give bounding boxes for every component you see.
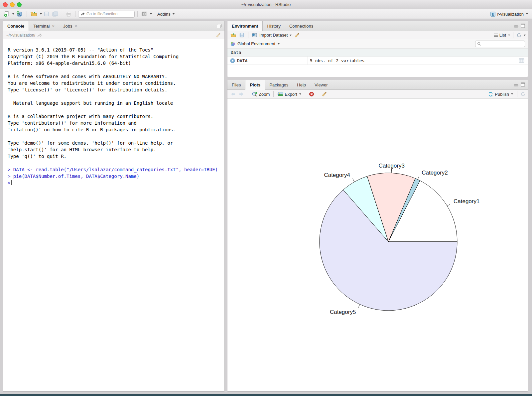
maximize-pane-icon[interactable]	[216, 24, 222, 29]
save-all-button[interactable]	[51, 11, 59, 17]
plots-pane: FilesPlotsPackagesHelpViewer Zoom Export	[227, 80, 528, 392]
maximize-pane-icon[interactable]	[521, 82, 525, 87]
toolbar-separator	[513, 32, 513, 38]
publish-dropdown-caret	[511, 93, 513, 95]
remove-plot-button[interactable]	[308, 91, 315, 97]
pie-label-tick	[418, 176, 419, 179]
tab-label: Terminal	[33, 24, 50, 29]
close-window-button[interactable]	[3, 2, 8, 7]
zoom-window-button[interactable]	[17, 2, 22, 7]
tab-label: Files	[232, 82, 241, 87]
expand-object-icon[interactable]	[230, 58, 235, 63]
remove-plot-x-icon	[309, 91, 314, 97]
clear-all-plots-button[interactable]	[321, 91, 328, 97]
list-view-caret[interactable]	[508, 35, 510, 36]
minimize-window-button[interactable]	[10, 2, 15, 7]
new-project-button[interactable]: R	[15, 10, 24, 18]
data-section-label: Data	[231, 50, 241, 55]
project-menu-button[interactable]: R r-visualization	[490, 11, 529, 17]
search-icon	[477, 42, 481, 46]
minimize-pane-icon[interactable]	[514, 83, 518, 87]
load-workspace-button[interactable]	[229, 32, 237, 38]
publish-label: Publish	[495, 92, 509, 97]
refresh-icon[interactable]	[516, 33, 522, 38]
addins-button[interactable]: Addins	[156, 11, 176, 17]
pie-label-tick	[447, 204, 451, 206]
tab-viewer[interactable]: Viewer	[310, 80, 332, 89]
new-file-dropdown-caret[interactable]	[12, 13, 14, 15]
close-tab-icon[interactable]: ×	[52, 24, 55, 29]
refresh-plot-icon[interactable]	[520, 91, 526, 97]
console-output[interactable]: R version 3.6.1 (2019-07-05) -- "Action …	[3, 39, 224, 186]
console-output-line: 'citation()' on how to cite R or R packa…	[8, 126, 224, 133]
export-image-icon	[277, 92, 283, 96]
console-output-line: Type 'license()' or 'licence()' for dist…	[8, 86, 224, 93]
environment-search-box[interactable]	[475, 41, 525, 47]
maximize-pane-icon[interactable]	[521, 24, 525, 28]
new-file-icon	[4, 11, 10, 17]
tab-terminal[interactable]: Terminal×	[29, 21, 59, 31]
previous-plot-button[interactable]	[229, 91, 237, 97]
environment-scope-caret	[278, 43, 280, 45]
goto-directory-arrow-icon[interactable]	[37, 33, 42, 37]
list-view-button[interactable]: List	[499, 33, 506, 38]
goto-arrow-icon	[80, 12, 85, 16]
clear-environment-button[interactable]	[294, 32, 301, 39]
next-plot-button[interactable]	[238, 91, 245, 97]
tab-files[interactable]: Files	[227, 80, 245, 89]
tab-environment[interactable]: Environment	[227, 21, 263, 31]
environment-pane: EnvironmentHistoryConnections Import Dat…	[227, 21, 528, 77]
zoom-plot-button[interactable]: Zoom	[251, 91, 271, 98]
pie-label-category2: Category2	[422, 170, 448, 176]
environment-scope-row: Global Environment	[227, 39, 528, 49]
clear-console-broom-icon[interactable]	[216, 33, 221, 38]
working-directory-label: ~/r-visualization/	[6, 33, 35, 38]
open-file-button[interactable]	[30, 11, 38, 17]
import-dataset-button[interactable]: Import Dataset	[251, 32, 293, 38]
console-prompt-line[interactable]: >	[8, 180, 224, 186]
addins-label: Addins	[157, 12, 171, 17]
open-file-dropdown-caret[interactable]	[40, 13, 42, 15]
minimize-pane-icon[interactable]	[514, 24, 518, 28]
toolbar-separator	[318, 91, 318, 97]
goto-file-function-box[interactable]	[78, 11, 135, 18]
save-button[interactable]	[43, 11, 50, 17]
pane-layout-dropdown-caret[interactable]	[150, 13, 152, 15]
tab-label: Jobs	[63, 24, 72, 29]
new-file-button[interactable]	[3, 10, 11, 18]
pie-label-tick	[352, 179, 354, 182]
tab-console[interactable]: Console	[3, 21, 29, 31]
environment-object-row[interactable]: DATA 5 obs. of 2 variables	[227, 57, 528, 65]
back-arrow-icon	[230, 92, 236, 96]
tab-plots[interactable]: Plots	[245, 80, 265, 90]
print-icon	[66, 12, 71, 17]
tab-label: History	[267, 24, 280, 29]
pie-label-category5: Category5	[330, 309, 356, 315]
publish-button[interactable]: Publish	[487, 91, 514, 98]
import-dataset-label: Import Dataset	[259, 33, 288, 38]
tab-label: Environment	[232, 24, 258, 29]
environment-search-input[interactable]	[482, 42, 522, 46]
environment-scope-button[interactable]: Global Environment	[237, 41, 280, 46]
tab-jobs[interactable]: Jobs×	[59, 21, 81, 31]
tab-help[interactable]: Help	[293, 80, 310, 89]
pie-chart: Category1Category2Category3Category4Cate…	[227, 99, 528, 392]
publish-icon	[488, 91, 493, 97]
tab-packages[interactable]: Packages	[265, 80, 293, 89]
import-dataset-icon	[252, 33, 258, 38]
goto-file-function-input[interactable]	[86, 12, 130, 16]
open-folder-icon	[230, 33, 236, 38]
pane-layout-button[interactable]	[140, 11, 148, 17]
tab-connections[interactable]: Connections	[285, 21, 318, 31]
export-plot-button[interactable]: Export	[276, 91, 302, 97]
refresh-dropdown-caret[interactable]	[524, 35, 526, 36]
console-output-line: 'help.start()' for an HTML browser inter…	[8, 146, 224, 153]
print-button[interactable]	[65, 11, 72, 17]
list-view-icon	[493, 33, 498, 37]
view-data-grid-icon[interactable]	[519, 58, 524, 63]
environment-toolbar: Import Dataset List	[227, 31, 528, 39]
save-workspace-button[interactable]	[238, 32, 245, 38]
close-tab-icon[interactable]: ×	[74, 24, 77, 29]
console-output-line: R version 3.6.1 (2019-07-05) -- "Action …	[8, 47, 224, 53]
tab-history[interactable]: History	[263, 21, 285, 31]
